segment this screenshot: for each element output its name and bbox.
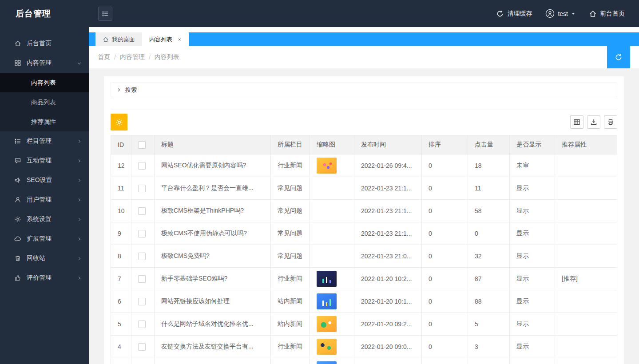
- sidebar-item-content[interactable]: 内容管理: [0, 53, 89, 73]
- cloud-icon: [14, 235, 21, 242]
- chevron-right-icon: [77, 237, 82, 241]
- clear-cache-button[interactable]: 清理缓存: [496, 10, 532, 18]
- row-checkbox[interactable]: [138, 185, 146, 192]
- cell-sort: 0: [422, 200, 468, 222]
- cell-time: 2022-01-20 10:1...: [354, 290, 422, 313]
- sidebar-item-extension[interactable]: 扩展管理: [0, 229, 89, 249]
- export-button[interactable]: [587, 115, 600, 129]
- cell-checkbox: [131, 336, 155, 358]
- row-checkbox[interactable]: [138, 162, 146, 170]
- sidebar-item-label: 互动管理: [27, 157, 52, 165]
- sidebar-subitem-label: 内容列表: [31, 79, 56, 86]
- cell-thumb: [310, 336, 354, 358]
- toggle-columns-button[interactable]: [570, 115, 583, 129]
- sidebar-item-label: 回收站: [27, 254, 45, 262]
- cell-id: 8: [111, 245, 131, 268]
- table-row: 12网站SEO优化需要原创内容吗?行业新闻2022-01-26 09:4...0…: [111, 154, 617, 177]
- print-button[interactable]: [604, 115, 617, 129]
- col-header-title: 标题: [155, 135, 271, 154]
- cell-status: 显示: [510, 245, 555, 268]
- sidebar-item-recycle[interactable]: 回收站: [0, 249, 89, 268]
- sidebar-submenu: 内容列表商品列表推荐属性: [0, 73, 89, 131]
- row-checkbox[interactable]: [138, 207, 146, 215]
- hamburger-icon: [102, 10, 109, 17]
- row-checkbox[interactable]: [138, 275, 146, 283]
- sidebar-item-column[interactable]: 栏目管理: [0, 131, 89, 151]
- tab-close-icon[interactable]: [177, 37, 182, 42]
- cell-recommend: [555, 177, 617, 200]
- tab-content-list[interactable]: 内容列表: [142, 32, 189, 46]
- content-table: ID 标题 所属栏目 缩略图 发布时间 排序 点击量 是否显示 推荐属性 12: [111, 135, 617, 364]
- sidebar-item-interaction[interactable]: 互动管理: [0, 151, 89, 170]
- cell-sort: 0: [422, 290, 468, 313]
- col-header-select: [131, 135, 155, 154]
- row-checkbox[interactable]: [138, 253, 146, 260]
- row-checkbox[interactable]: [138, 320, 146, 328]
- cell-thumb: [310, 222, 354, 245]
- select-all-checkbox[interactable]: [138, 141, 146, 149]
- tab-desktop[interactable]: 我的桌面: [95, 32, 142, 46]
- sidebar-item-label: 内容管理: [27, 59, 52, 67]
- tab-bar: 我的桌面 内容列表: [89, 32, 639, 46]
- cell-category: 站内新闻: [271, 290, 310, 313]
- user-menu[interactable]: test: [545, 9, 575, 18]
- front-home-label: 前台首页: [600, 10, 625, 18]
- table-row: 8极致CMS免费吗?常见问题2022-01-23 21:0...032显示: [111, 245, 617, 268]
- sidebar-subitem-recommend-attr[interactable]: 推荐属性: [0, 112, 89, 131]
- cell-thumb: [310, 290, 354, 313]
- cell-category: [271, 358, 310, 364]
- cell-category: 常见问题: [271, 222, 310, 245]
- cell-sort: 0: [422, 154, 468, 177]
- cell-id: [111, 358, 131, 364]
- cell-status: 显示: [510, 290, 555, 313]
- cell-checkbox: [131, 358, 155, 364]
- sidebar-item-seo[interactable]: SEO设置: [0, 170, 89, 190]
- search-panel-toggle[interactable]: 搜索: [111, 83, 617, 97]
- cell-sort: 0: [422, 336, 468, 358]
- table-settings-button[interactable]: [111, 114, 127, 131]
- sidebar-item-label: 栏目管理: [27, 137, 52, 145]
- cell-clicks: 88: [468, 290, 510, 313]
- breadcrumb-item-home[interactable]: 首页: [98, 53, 110, 61]
- cell-category: 常见问题: [271, 200, 310, 222]
- row-checkbox[interactable]: [138, 230, 146, 237]
- cell-id: 12: [111, 154, 131, 177]
- cell-time: 2022-01-23 21:1...: [354, 200, 422, 222]
- cell-id: 5: [111, 313, 131, 336]
- home-icon: [589, 10, 597, 18]
- row-checkbox[interactable]: [138, 298, 146, 305]
- page-refresh-button[interactable]: [607, 46, 630, 68]
- cell-sort: 0: [422, 245, 468, 268]
- sidebar-item-label: 评价管理: [27, 274, 52, 282]
- chevron-right-icon: [116, 87, 121, 92]
- sidebar-menu: 后台首页内容管理内容列表商品列表推荐属性栏目管理互动管理SEO设置用户管理系统设…: [0, 27, 89, 364]
- cell-title: 极致CMS不使用伪静态可以吗?: [155, 222, 271, 245]
- cell-checkbox: [131, 268, 155, 290]
- col-header-id: ID: [111, 135, 131, 154]
- cell-time: 2022-01-26 09:4...: [354, 154, 422, 177]
- col-header-thumb: 缩略图: [310, 135, 354, 154]
- chevron-right-icon: [77, 276, 82, 281]
- cell-title: 极致CMS框架是ThinkPHP吗?: [155, 200, 271, 222]
- sidebar-subitem-content-list[interactable]: 内容列表: [0, 73, 89, 92]
- sidebar-item-system[interactable]: 系统设置: [0, 210, 89, 229]
- cell-recommend: [555, 200, 617, 222]
- front-home-link[interactable]: 前台首页: [589, 10, 625, 18]
- row-checkbox[interactable]: [138, 343, 146, 351]
- thumbnail-image: [317, 361, 337, 364]
- thumb-icon: [14, 274, 21, 281]
- clear-cache-label: 清理缓存: [507, 10, 532, 18]
- sidebar-item-evaluation[interactable]: 评价管理: [0, 268, 89, 288]
- sidebar-toggle-button[interactable]: [98, 7, 112, 21]
- breadcrumb-item-content[interactable]: 内容管理: [120, 53, 145, 61]
- cell-thumb: [310, 358, 354, 364]
- refresh-icon: [615, 53, 623, 61]
- grid-icon: [14, 59, 21, 67]
- cell-sort: 0: [422, 268, 468, 290]
- sidebar-item-label: SEO设置: [27, 176, 52, 184]
- sidebar-subitem-goods-list[interactable]: 商品列表: [0, 92, 89, 112]
- sidebar-item-user[interactable]: 用户管理: [0, 190, 89, 210]
- sidebar-item-home[interactable]: 后台首页: [0, 34, 89, 53]
- breadcrumb-separator: /: [114, 54, 116, 61]
- cell-status: 显示: [510, 268, 555, 290]
